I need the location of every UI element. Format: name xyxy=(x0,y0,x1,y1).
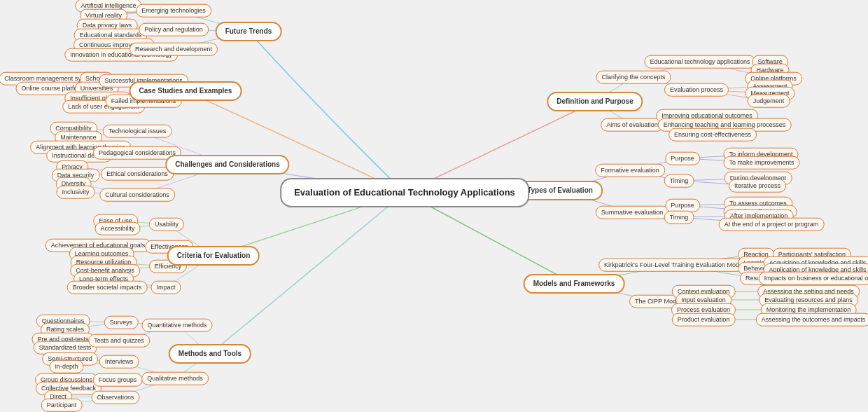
node-tests-quizzes: Tests and quizzes xyxy=(88,334,150,348)
node-ensuring-cost-effectiveness: Ensuring cost-effectiveness xyxy=(668,128,757,142)
node-evaluation-process: Evaluation process xyxy=(664,83,729,97)
node-indepth: In-depth xyxy=(49,360,83,373)
node-assessing-outcomes: Assessing the outcomes and impacts xyxy=(756,313,868,327)
node-iterative-process: Iterative process xyxy=(729,179,786,193)
node-qualitative-methods: Qualitative methods xyxy=(141,372,209,385)
node-observations: Observations xyxy=(91,391,139,404)
node-quantitative-methods: Quantitative methods xyxy=(141,319,212,332)
node-impact: Impact xyxy=(150,281,181,294)
node-formative-evaluation: Formative evaluation xyxy=(595,164,665,177)
node-research-development: Research and development xyxy=(130,43,218,56)
node-purpose-summative: Purpose xyxy=(665,199,700,212)
branch-challenges: Challenges and Considerations xyxy=(165,155,289,174)
node-impacts-business: Impacts on business or educational outco… xyxy=(759,272,868,285)
node-focus-groups: Focus groups xyxy=(93,373,143,387)
branch-types: Types of Evaluation xyxy=(517,181,603,200)
branch-criteria: Criteria for Evaluation xyxy=(167,246,260,266)
branch-definition: Definition and Purpose xyxy=(547,92,643,111)
node-summative-evaluation: Summative evaluation xyxy=(596,206,669,219)
node-product-evaluation: Product evaluation xyxy=(672,313,736,327)
node-kirkpatrick: Kirkpatrick's Four-Level Training Evalua… xyxy=(598,259,750,272)
node-end-of-project: At the end of a project or program xyxy=(719,218,825,231)
node-usability: Usability xyxy=(149,218,184,231)
node-judgement: Judgement xyxy=(748,95,790,108)
node-to-make-improvements: To make improvements xyxy=(723,156,799,170)
branch-case-studies: Case Studies and Examples xyxy=(130,81,242,101)
node-ed-tech-applications: Educational technology applications xyxy=(644,55,755,69)
node-surveys: Surveys xyxy=(104,316,139,329)
node-timing-summative: Timing xyxy=(664,211,694,224)
node-broader-societal: Broader societal impacts xyxy=(67,281,148,294)
node-emerging-technologies: Emerging technologies xyxy=(136,4,211,18)
branch-future-trends: Future Trends xyxy=(216,22,282,41)
node-aims-evaluation: Aims of evaluation xyxy=(601,118,664,132)
center-node: Evaluation of Educational Technology App… xyxy=(280,178,529,207)
branch-models: Models and Frameworks xyxy=(524,274,625,294)
node-ethical-considerations: Ethical considerations xyxy=(101,167,174,181)
node-inclusivity: Inclusivity xyxy=(56,186,94,199)
node-clarifying-concepts: Clarifying the concepts xyxy=(596,71,671,84)
node-purpose-formative: Purpose xyxy=(665,152,700,165)
node-interviews: Interviews xyxy=(99,355,139,369)
node-timing-formative: Timing xyxy=(664,174,694,188)
node-policy-regulation: Policy and regulation xyxy=(139,23,209,36)
node-technological-issues: Technological issues xyxy=(103,125,172,138)
node-participant: Participant xyxy=(41,399,83,412)
node-accessibility: Accessibility xyxy=(94,222,140,235)
branch-methods: Methods and Tools xyxy=(169,344,251,364)
node-cultural-considerations: Cultural considerations xyxy=(99,188,175,202)
